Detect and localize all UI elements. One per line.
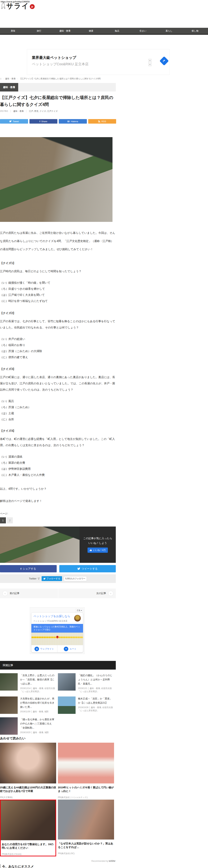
rss-button[interactable]: RSS xyxy=(88,119,116,124)
tweet-label: Tweet xyxy=(13,120,19,123)
sponsored-card-highlighted[interactable]: あなたの信用力を2分で数値化します。18の問いにお答えください PR(株式会社J… xyxy=(0,800,56,856)
related-meta: 2019/12/14 │ 趣味・教養, 砂原浩太朗 「にっぽん歴史夜話」 xyxy=(20,687,56,693)
bottom-share-row: f シェアする ツイートする xyxy=(0,565,116,572)
previous-article-label: 前の記事 xyxy=(10,592,20,595)
facebook-share-big-button[interactable]: f シェアする xyxy=(0,565,57,572)
google-ad-card: 広告 ▾ ペットショップをお探しなら ペットショップCoo&RIKU 足立本店 … xyxy=(30,607,84,654)
hatena-icon: B! xyxy=(67,120,70,123)
ad-card-title[interactable]: ペットショップをお探しなら xyxy=(33,614,72,618)
answer-teaser: 解答は次のページで発表します！ xyxy=(0,499,42,503)
rss-icon xyxy=(98,120,100,123)
tweet-button[interactable]: Tweet xyxy=(0,119,28,124)
pagination-label: ページ: xyxy=(0,512,116,515)
scroll-down-icon[interactable]: ▼ xyxy=(149,64,151,65)
post-category-link[interactable]: 趣味・教養 xyxy=(13,110,24,112)
nav-item-home[interactable]: 住まい xyxy=(130,28,156,34)
page-pagination: ページ: 1 2 xyxy=(0,512,116,523)
twitter-follow-button[interactable]: フォローする xyxy=(42,576,62,581)
related-tags: 趣味・教養, 城郭 xyxy=(33,710,48,713)
sponsored-title: 25歳に見える44歳主婦は1200円の大正製薬の技術でおばさん顔を7日で卒業 xyxy=(0,785,56,793)
quiz-choice: （は）土蔵 xyxy=(0,410,116,416)
quiz-choice: （に）台所 xyxy=(0,416,116,422)
hatena-button[interactable]: B! Hatena xyxy=(59,119,87,124)
ad-scroll-control[interactable]: ▲ ▼ xyxy=(148,59,151,66)
ad-card-body[interactable]: ペットショップをお探しなら ペットショップCoo&RIKU 足立本店 家族になっ… xyxy=(31,613,83,652)
header-ad-banner[interactable]: 業界最大級ペットショップ ペットショップCoo&RIKU 足立本店 ▲ ▼ xyxy=(27,49,170,75)
related-articles-section: 関連記事 「吉良上野介」は悪人だったのか～「忠臣蔵」敵役の真実【にっぽん歴...… xyxy=(0,661,116,735)
quiz-1: 【クイズ1】 江戸時代の庶民は、毎日どのようにして時間を知ったでしょう？ （い）… xyxy=(0,261,116,304)
page-2-button[interactable]: 2 xyxy=(7,517,13,523)
related-tags: 趣味・教養, 城郭 xyxy=(33,731,49,734)
section-heading: 今、あなたにオススメ xyxy=(0,864,116,868)
page-1-button[interactable]: 1 xyxy=(0,517,6,523)
sponsored-card[interactable]: 「なぜ日本人は英語が話せないのか？」実はあることをすれば… PR(株式会社LSC… xyxy=(58,800,116,856)
next-article-link[interactable]: 次の記事 › xyxy=(58,589,116,598)
quiz-2: 【クイズ2】 江戸の長屋では、七夕の行事として、笹竹に短冊を飾ることのほかにもあ… xyxy=(0,311,116,360)
thumbs-up-icon xyxy=(90,549,92,551)
related-title: 大失態を犯し追放されたが、再び秀吉の信頼を得て乱世を生き抜いた男... xyxy=(20,696,56,709)
previous-article-link[interactable]: ‹ 前の記事 xyxy=(0,589,58,598)
follow-label: フォローする xyxy=(46,577,60,580)
related-article-item[interactable]: 「吉良上野介」は悪人だったのか～「忠臣蔵」敵役の真実【にっぽん歴... 2019… xyxy=(0,673,58,693)
quiz-heading: 【クイズ4】 xyxy=(0,429,116,433)
related-article-item[interactable]: 大失態を犯し追放されたが、再び秀吉の信頼を得て乱世を生き抜いた男... 2019… xyxy=(0,696,58,714)
category-badge[interactable]: 趣味・教養 xyxy=(0,83,18,92)
facebook-share-button[interactable]: f Share xyxy=(30,119,58,124)
quiz-choice: （い）井戸の総浚い xyxy=(0,336,116,342)
related-section-header: 関連記事 xyxy=(0,661,116,670)
quiz-choice: （い）湯屋の湯銭 xyxy=(0,454,116,460)
twitter-icon xyxy=(9,120,12,122)
quiz-question: 各町では、町の運営に必要な経費を「町入用」として地主が負担していました。この「町… xyxy=(0,436,116,448)
tweet-big-button[interactable]: ツイートする xyxy=(59,565,116,572)
post-navigation: ‹ 前の記事 次の記事 › xyxy=(0,589,116,598)
nav-item-health[interactable]: 健康 xyxy=(78,28,104,34)
quiz-question: 江戸の長屋では、七夕の行事として、笹竹に短冊を飾ることのほかにもある行事を行なっ… xyxy=(0,318,116,331)
chevron-right-icon: › xyxy=(108,591,113,596)
nav-item-travel[interactable]: 旅行 xyxy=(26,28,52,34)
route-label: ルート xyxy=(70,647,76,650)
quiz-4: 【クイズ4】 各町では、町の運営に必要な経費を「町入用」として地主が負担していま… xyxy=(0,429,116,478)
section-heading: あわせて読みたい xyxy=(0,736,116,741)
related-article-item[interactable]: 楠木正成～「忠臣」か「悪党」か【にっぽん歴史夜話21】 2019/10/26 │… xyxy=(58,696,116,714)
home-icon[interactable]: ⌂ xyxy=(0,77,1,80)
nav-item-goods[interactable]: 逸品 xyxy=(104,28,130,34)
nav-item-living[interactable]: 暮らし xyxy=(156,28,182,34)
ad-website-button[interactable]: ◍ ウェブサイト xyxy=(31,645,57,652)
chevron-left-icon: ‹ xyxy=(2,591,8,596)
pr-label: PR(株式会社J.Score) xyxy=(1,853,56,856)
sponsored-thumbnail xyxy=(58,800,114,840)
quiz-heading: 【クイズ1】 xyxy=(0,261,116,265)
facebook-like-button[interactable]: いいね！4万 xyxy=(88,548,108,553)
post-tags[interactable]: 江戸, 歴史, クイズ, 江戸クイズ xyxy=(29,110,58,112)
related-article-item[interactable]: 「観応の擾乱」（かんのうのじょうらん）とは何か～足利尊氏・直義兄... 2019… xyxy=(58,673,116,693)
page-title: 【江戸クイズ】七夕に長屋総出で掃除した場所とは？庶民の暮らしに関するクイズ4問 xyxy=(0,94,116,108)
ad-route-button[interactable]: ➥ ルート xyxy=(57,645,83,652)
ad-badge[interactable]: 広告 ▾ xyxy=(76,609,83,612)
breadcrumb-category[interactable]: 趣味・教養 xyxy=(5,78,15,80)
nav-item-events[interactable]: 催し物 xyxy=(182,28,208,34)
breadcrumb-separator-icon: ▫ xyxy=(18,78,18,80)
camel-logo-icon xyxy=(0,2,6,9)
quiz-choice: （に）便所の建て替え xyxy=(0,354,116,360)
site-logo[interactable]: サライ jp xyxy=(0,2,35,9)
article-hero-image xyxy=(0,137,112,222)
sponsored-card[interactable]: 25歳に見える44歳主婦は1200円の大正製薬の技術でおばさん顔を7日で卒業 P… xyxy=(0,743,58,799)
quiz-choice: （い）鐘撞役が撞く「時の鐘」を聞いて xyxy=(0,280,116,286)
ad-map[interactable] xyxy=(31,632,83,645)
nav-item-hobby[interactable]: 趣味・教養 xyxy=(52,28,78,34)
related-article-item[interactable]: 「賤ヶ岳七本槍」から豊臣水軍の中心人物へ｜三英傑に仕え「全国転勤... 2019… xyxy=(0,717,58,735)
scroll-up-icon[interactable]: ▲ xyxy=(149,60,151,61)
like-banner-line2: いいね！しよう xyxy=(89,541,107,545)
pr-label: PR(株式会社ソーシャルテック) xyxy=(58,796,114,799)
related-meta: 2019/10/20 │ 趣味・教養, 城郭 xyxy=(20,731,56,734)
sponsored-title: あなたの信用力を2分で数値化します。18の問いにお答えください xyxy=(1,842,56,849)
related-meta: 2019/10/26 │ 趣味・教養, 砂原浩太朗 「にっぽん歴史夜話」 xyxy=(78,706,114,712)
recommended-by-uzou[interactable]: Recommended by UZOU xyxy=(0,860,116,862)
nav-item-gourmet[interactable]: 美味 xyxy=(0,28,26,34)
advertiser-logo xyxy=(74,615,81,622)
related-date: 2019/10/26 xyxy=(78,706,89,709)
ad-directions-icon[interactable] xyxy=(160,56,169,66)
sponsored-thumbnail xyxy=(0,743,56,783)
related-meta: 2019/12/1 │ 趣味・教養, 砂原浩太朗 「にっぽん歴史夜話」 xyxy=(78,687,114,693)
sponsored-card[interactable]: 2019年ヒットのハミガキ粉！黄ばんで汚い歯がまっ白に！ PR(株式会社ソーシャ… xyxy=(58,743,116,799)
